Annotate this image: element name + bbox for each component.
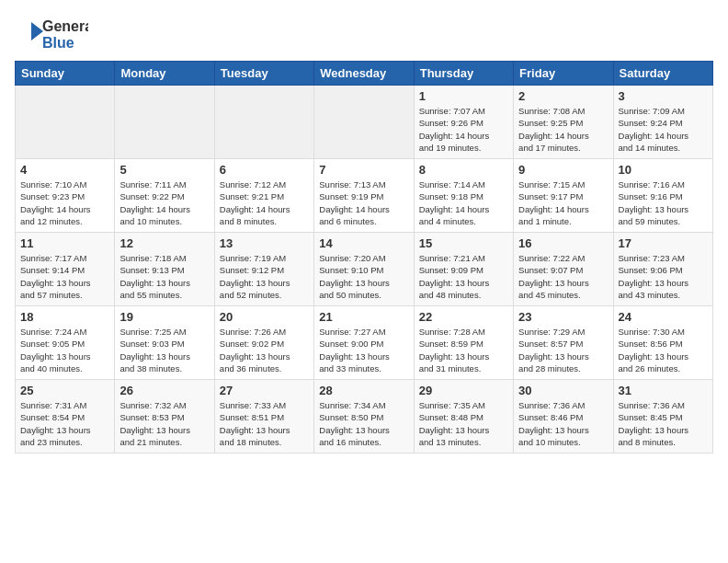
day-info: Sunrise: 7:07 AMSunset: 9:26 PMDaylight:… (419, 105, 508, 154)
day-info: Sunrise: 7:11 AMSunset: 9:22 PMDaylight:… (119, 178, 209, 227)
day-number: 24 (619, 310, 708, 324)
calendar-cell: 15Sunrise: 7:21 AMSunset: 9:09 PMDayligh… (414, 233, 513, 306)
calendar-cell: 8Sunrise: 7:14 AMSunset: 9:18 PMDaylight… (414, 159, 513, 233)
calendar-cell: 21Sunrise: 7:27 AMSunset: 9:00 PMDayligh… (314, 306, 414, 380)
calendar-cell: 11Sunrise: 7:17 AMSunset: 9:14 PMDayligh… (16, 233, 115, 306)
calendar-cell: 1Sunrise: 7:07 AMSunset: 9:26 PMDaylight… (414, 86, 513, 159)
calendar-cell: 25Sunrise: 7:31 AMSunset: 8:54 PMDayligh… (16, 380, 115, 454)
day-number: 21 (319, 310, 408, 324)
day-number: 20 (220, 310, 309, 324)
day-info: Sunrise: 7:18 AMSunset: 9:13 PMDaylight:… (119, 252, 209, 301)
day-number: 17 (619, 236, 708, 250)
day-info: Sunrise: 7:33 AMSunset: 8:51 PMDaylight:… (220, 399, 309, 448)
header-section: GeneralBlue (15, 15, 713, 52)
day-info: Sunrise: 7:36 AMSunset: 8:45 PMDaylight:… (619, 399, 708, 448)
day-number: 10 (619, 163, 708, 177)
calendar-header-wednesday: Wednesday (314, 62, 414, 86)
day-number: 30 (518, 384, 608, 397)
calendar-cell: 27Sunrise: 7:33 AMSunset: 8:51 PMDayligh… (214, 380, 313, 454)
day-info: Sunrise: 7:35 AMSunset: 8:48 PMDaylight:… (419, 399, 508, 448)
day-info: Sunrise: 7:30 AMSunset: 8:56 PMDaylight:… (619, 326, 708, 374)
day-info: Sunrise: 7:31 AMSunset: 8:54 PMDaylight:… (20, 399, 109, 448)
day-info: Sunrise: 7:36 AMSunset: 8:46 PMDaylight:… (518, 399, 608, 448)
calendar-header-monday: Monday (115, 62, 214, 86)
calendar-cell: 29Sunrise: 7:35 AMSunset: 8:48 PMDayligh… (414, 380, 513, 454)
day-number: 2 (518, 89, 608, 103)
logo-svg: GeneralBlue (15, 15, 88, 52)
day-number: 13 (220, 236, 309, 250)
calendar-week-row: 4Sunrise: 7:10 AMSunset: 9:23 PMDaylight… (16, 159, 713, 233)
day-number: 1 (419, 89, 508, 103)
calendar-header-saturday: Saturday (613, 62, 712, 86)
day-number: 11 (20, 236, 109, 250)
calendar-cell: 24Sunrise: 7:30 AMSunset: 8:56 PMDayligh… (613, 306, 712, 380)
calendar-cell: 22Sunrise: 7:28 AMSunset: 8:59 PMDayligh… (414, 306, 513, 380)
calendar-cell (16, 86, 115, 159)
day-info: Sunrise: 7:12 AMSunset: 9:21 PMDaylight:… (220, 178, 309, 227)
day-number: 3 (619, 89, 708, 103)
day-number: 27 (220, 384, 309, 397)
calendar-cell: 5Sunrise: 7:11 AMSunset: 9:22 PMDaylight… (115, 159, 214, 233)
calendar-cell: 17Sunrise: 7:23 AMSunset: 9:06 PMDayligh… (613, 233, 712, 306)
calendar-week-row: 1Sunrise: 7:07 AMSunset: 9:26 PMDaylight… (16, 86, 713, 159)
day-info: Sunrise: 7:22 AMSunset: 9:07 PMDaylight:… (518, 252, 608, 301)
day-info: Sunrise: 7:13 AMSunset: 9:19 PMDaylight:… (319, 178, 408, 227)
day-number: 6 (220, 163, 309, 177)
day-number: 23 (518, 310, 608, 324)
day-number: 29 (419, 384, 508, 397)
calendar-cell: 30Sunrise: 7:36 AMSunset: 8:46 PMDayligh… (514, 380, 613, 454)
day-number: 18 (20, 310, 109, 324)
day-number: 16 (518, 236, 608, 250)
calendar-cell: 12Sunrise: 7:18 AMSunset: 9:13 PMDayligh… (115, 233, 214, 306)
svg-text:Blue: Blue (42, 35, 74, 51)
day-number: 19 (119, 310, 209, 324)
day-number: 25 (20, 384, 109, 397)
calendar-table: SundayMondayTuesdayWednesdayThursdayFrid… (15, 61, 713, 454)
calendar-cell (214, 86, 313, 159)
calendar-cell: 16Sunrise: 7:22 AMSunset: 9:07 PMDayligh… (514, 233, 613, 306)
calendar-header-row: SundayMondayTuesdayWednesdayThursdayFrid… (16, 62, 713, 86)
day-info: Sunrise: 7:24 AMSunset: 9:05 PMDaylight:… (20, 326, 109, 374)
day-info: Sunrise: 7:16 AMSunset: 9:16 PMDaylight:… (619, 178, 708, 227)
logo: GeneralBlue (15, 15, 88, 52)
calendar-week-row: 11Sunrise: 7:17 AMSunset: 9:14 PMDayligh… (16, 233, 713, 306)
day-number: 8 (419, 163, 508, 177)
day-number: 5 (119, 163, 209, 177)
calendar-cell: 20Sunrise: 7:26 AMSunset: 9:02 PMDayligh… (214, 306, 313, 380)
day-info: Sunrise: 7:15 AMSunset: 9:17 PMDaylight:… (518, 178, 608, 227)
day-number: 4 (20, 163, 109, 177)
day-info: Sunrise: 7:32 AMSunset: 8:53 PMDaylight:… (119, 399, 209, 448)
calendar-cell (314, 86, 414, 159)
day-info: Sunrise: 7:08 AMSunset: 9:25 PMDaylight:… (518, 105, 608, 154)
day-info: Sunrise: 7:29 AMSunset: 8:57 PMDaylight:… (518, 326, 608, 374)
calendar-cell: 28Sunrise: 7:34 AMSunset: 8:50 PMDayligh… (314, 380, 414, 454)
day-info: Sunrise: 7:10 AMSunset: 9:23 PMDaylight:… (20, 178, 109, 227)
calendar-week-row: 18Sunrise: 7:24 AMSunset: 9:05 PMDayligh… (16, 306, 713, 380)
day-info: Sunrise: 7:20 AMSunset: 9:10 PMDaylight:… (319, 252, 408, 301)
day-number: 31 (619, 384, 708, 397)
day-info: Sunrise: 7:34 AMSunset: 8:50 PMDaylight:… (319, 399, 408, 448)
day-info: Sunrise: 7:14 AMSunset: 9:18 PMDaylight:… (419, 178, 508, 227)
day-number: 9 (518, 163, 608, 177)
day-number: 22 (419, 310, 508, 324)
day-number: 7 (319, 163, 408, 177)
day-number: 12 (119, 236, 209, 250)
day-info: Sunrise: 7:21 AMSunset: 9:09 PMDaylight:… (419, 252, 508, 301)
day-info: Sunrise: 7:17 AMSunset: 9:14 PMDaylight:… (20, 252, 109, 301)
calendar-cell: 31Sunrise: 7:36 AMSunset: 8:45 PMDayligh… (613, 380, 712, 454)
calendar-cell: 19Sunrise: 7:25 AMSunset: 9:03 PMDayligh… (115, 306, 214, 380)
calendar-cell: 4Sunrise: 7:10 AMSunset: 9:23 PMDaylight… (16, 159, 115, 233)
svg-text:General: General (42, 18, 88, 34)
calendar-cell: 7Sunrise: 7:13 AMSunset: 9:19 PMDaylight… (314, 159, 414, 233)
calendar-cell: 14Sunrise: 7:20 AMSunset: 9:10 PMDayligh… (314, 233, 414, 306)
calendar-cell: 10Sunrise: 7:16 AMSunset: 9:16 PMDayligh… (613, 159, 712, 233)
page-container: GeneralBlue SundayMondayTuesdayWednesday… (0, 0, 728, 461)
calendar-cell: 26Sunrise: 7:32 AMSunset: 8:53 PMDayligh… (115, 380, 214, 454)
day-info: Sunrise: 7:27 AMSunset: 9:00 PMDaylight:… (319, 326, 408, 374)
day-info: Sunrise: 7:28 AMSunset: 8:59 PMDaylight:… (419, 326, 508, 374)
day-info: Sunrise: 7:09 AMSunset: 9:24 PMDaylight:… (619, 105, 708, 154)
calendar-cell: 13Sunrise: 7:19 AMSunset: 9:12 PMDayligh… (214, 233, 313, 306)
calendar-header-friday: Friday (514, 62, 613, 86)
day-info: Sunrise: 7:25 AMSunset: 9:03 PMDaylight:… (119, 326, 209, 374)
calendar-header-thursday: Thursday (414, 62, 513, 86)
